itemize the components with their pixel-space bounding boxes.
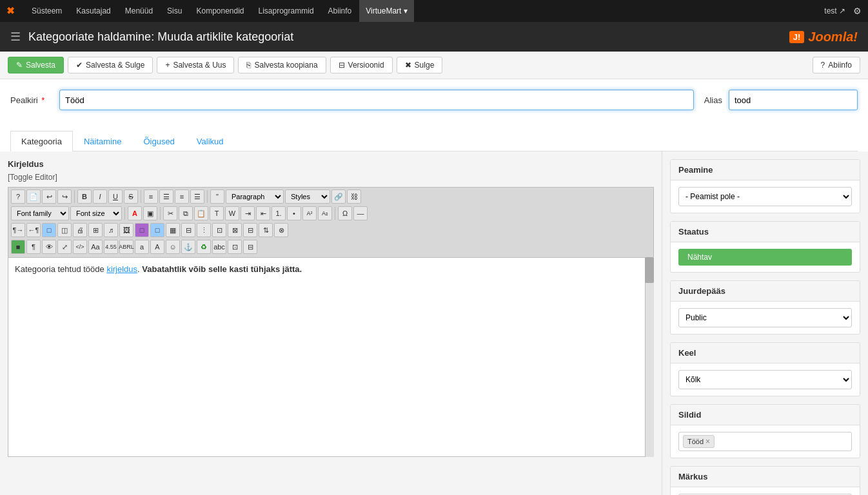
ed-merge-btn[interactable]: ⊟ [243,223,257,237]
ed-blockquote-btn[interactable]: " [210,189,224,204]
ed-paste-word-btn[interactable]: W [225,206,239,220]
ed-small-a-btn[interactable]: a [135,240,149,254]
parent-select[interactable]: - Peamist pole - [678,187,852,206]
ed-template-btn[interactable]: ⊡ [228,240,242,254]
ed-date-btn[interactable]: ABRL [119,240,133,254]
ed-align-center-btn[interactable]: ☰ [159,189,173,204]
ed-new-doc-btn[interactable]: 📄 [26,189,41,204]
ed-preview-btn[interactable]: 👁 [42,240,56,254]
status-button[interactable]: Nähtav [678,249,852,266]
ed-indent-btn[interactable]: ⇥ [241,206,255,220]
ed-layer-btn[interactable]: ◫ [57,223,72,237]
save-copy-button[interactable]: ⎘ Salvesta koopiana [238,57,326,73]
ed-border-btn[interactable]: ▦ [166,223,180,237]
ed-split-btn[interactable]: ⊠ [228,223,242,237]
editor-scrollbar-thumb[interactable] [645,257,654,283]
ed-link-btn[interactable]: 🔗 [331,189,346,204]
nav-item-sisu[interactable]: Sisu [161,0,188,22]
access-select[interactable]: Public [678,308,852,327]
ed-help-btn[interactable]: ? [11,189,25,204]
ed-charmap-btn[interactable]: Aa [88,240,103,254]
ed-align-left-btn[interactable]: ≡ [144,189,158,204]
ed-paste-text-btn[interactable]: T [210,206,224,220]
ed-align-right-btn[interactable]: ≡ [175,189,189,204]
save-button[interactable]: ✎ Salvesta [8,57,64,73]
save-new-button[interactable]: + Salvesta & Uus [157,57,234,73]
ed-unlink-btn[interactable]: ⛓ [347,189,361,204]
ed-copy-btn[interactable]: ⧉ [179,206,193,220]
ed-outdent-btn[interactable]: ⇤ [256,206,270,220]
ed-bold-btn[interactable]: B [77,189,92,204]
tab-õigused[interactable]: Õigused [132,131,185,151]
ed-fullscreen-btn[interactable]: ⤢ [57,240,72,254]
ed-paragraph-select[interactable]: Paragraph [226,189,284,204]
ed-undo-btn[interactable]: ↩ [42,189,56,204]
ed-special-chars-btn[interactable]: Ω [338,206,352,220]
ed-ltr-btn[interactable]: ¶→ [11,223,25,237]
save-close-button[interactable]: ✔ Salvesta & Sulge [68,57,153,73]
ed-bg2-btn[interactable]: □ [150,223,164,237]
ed-font-color-btn[interactable]: A [128,206,142,220]
nav-item-virtuemart[interactable]: VirtueMart ▾ [359,0,413,22]
ed-font-family-select[interactable]: Font family [11,206,69,220]
ed-cell-btn[interactable]: ⊡ [212,223,226,237]
settings-icon[interactable]: ⚙ [853,6,862,16]
ed-styles-select[interactable]: Styles [285,189,330,204]
editor-content[interactable]: Kategooria tehtud tööde kirjeldus. Vabat… [8,257,654,457]
versions-button[interactable]: ⊟ Versioonid [330,57,393,73]
ed-cut-btn[interactable]: ✂ [163,206,177,220]
ed-bg-color-btn[interactable]: ▣ [143,206,157,220]
ed-block-btn[interactable]: ■ [11,240,25,254]
ed-div-btn[interactable]: □ [42,223,56,237]
nav-item-menüüd[interactable]: Menüüd [119,0,159,22]
tab-näitamine[interactable]: Näitamine [73,131,133,151]
editor-content-link[interactable]: kirjeldus [106,264,137,274]
ed-big-a-btn[interactable]: A [150,240,164,254]
ed-pagebreak-btn[interactable]: ⊟ [243,240,257,254]
nav-item-lisaprogrammid[interactable]: Lisaprogrammid [252,0,321,22]
ed-strikethrough-btn[interactable]: S [124,189,138,204]
toggle-editor-link[interactable]: [Toggle Editor] [8,173,654,182]
ed-table-btn[interactable]: ⊞ [88,223,103,237]
ed-ordered-list-btn[interactable]: 1. [271,206,286,220]
tags-field[interactable]: Tööd × [678,432,852,451]
language-select[interactable]: Kõlk [678,370,852,389]
alias-input[interactable] [729,90,858,110]
ed-font-size-select[interactable]: Font size [70,206,122,220]
ed-sub-btn[interactable]: A₂ [318,206,332,220]
tag-remove-btn[interactable]: × [705,437,710,446]
nav-item-kasutajad[interactable]: Kasutajad [70,0,117,22]
ed-emoticons-btn[interactable]: ☺ [166,240,180,254]
editor-scrollbar-track[interactable] [645,257,654,457]
nav-item-süsteem[interactable]: Süsteem [25,0,68,22]
ed-rtl-btn[interactable]: ←¶ [26,223,41,237]
ed-media-btn[interactable]: ♬ [104,223,118,237]
tab-kategooria[interactable]: Kategooria [10,131,73,151]
ed-sort-btn[interactable]: ⇅ [259,223,273,237]
ed-delete-table-btn[interactable]: ⊗ [274,223,288,237]
ed-hr-btn[interactable]: — [353,206,368,220]
ed-unordered-list-btn[interactable]: • [287,206,301,220]
ed-row-btn[interactable]: ⊟ [181,223,195,237]
ed-paste-btn[interactable]: 📋 [194,206,208,220]
ed-num-btn[interactable]: 4.55 [104,240,118,254]
ed-image-btn[interactable]: 🖼 [119,223,133,237]
ed-italic-btn[interactable]: I [93,189,107,204]
ed-print-btn[interactable]: 🖨 [73,223,87,237]
nav-item-abiinfo[interactable]: Abiinfo [322,0,359,22]
ed-col-btn[interactable]: ⋮ [197,223,211,237]
help-button[interactable]: ? Abiinfo [813,57,860,73]
ed-char-btn[interactable]: ¶ [26,240,41,254]
ed-source-btn[interactable]: </> [73,240,87,254]
tab-valikud[interactable]: Valikud [186,131,235,151]
ed-underline-btn[interactable]: U [108,189,123,204]
title-input[interactable] [59,90,694,110]
user-link[interactable]: test ↗ [824,6,845,15]
ed-align-justify-btn[interactable]: ☰ [190,189,204,204]
ed-sup-btn[interactable]: A² [302,206,317,220]
ed-spellcheck-btn[interactable]: abc [212,240,226,254]
close-button[interactable]: ✖ Sulge [397,57,443,73]
ed-cleanup-btn[interactable]: ♻ [197,240,211,254]
ed-anchor-btn[interactable]: ⚓ [181,240,195,254]
ed-redo-btn[interactable]: ↪ [57,189,72,204]
